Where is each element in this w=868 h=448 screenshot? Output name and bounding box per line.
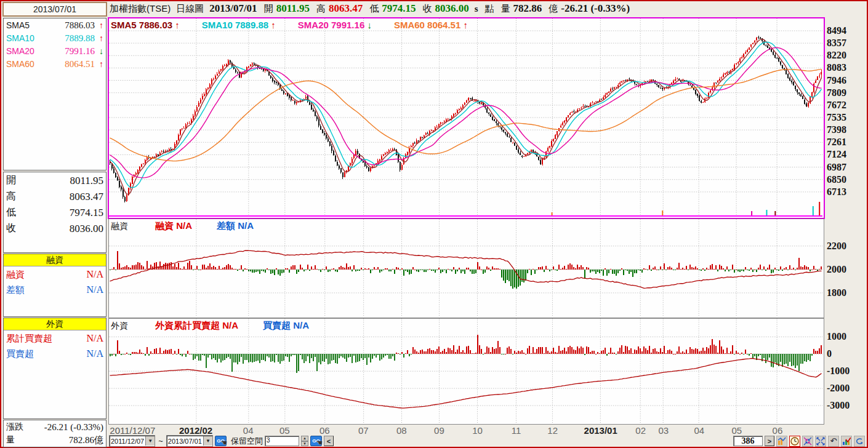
sma-value: 7886.03 <box>65 20 95 31</box>
chevron-down-icon[interactable]: ▼ <box>145 436 155 446</box>
foreign-row: 累計買賣超N/A <box>4 330 106 346</box>
margin-histogram-chart[interactable] <box>109 219 822 316</box>
range-separator: ~ <box>158 436 163 446</box>
foreign-chart-panel[interactable] <box>108 318 824 425</box>
x-tick-label: 05 <box>732 425 742 436</box>
trend-up-icon: ↑ <box>95 59 103 69</box>
ohlc-label: 收 <box>6 222 16 235</box>
spinner-up-icon[interactable]: ▲ <box>301 436 308 441</box>
change-value: -26.21 (-0.33%) <box>44 422 103 433</box>
sma-row: SMA107889.88↑ <box>4 31 106 44</box>
header-token: 開 <box>264 3 273 15</box>
scroll-right-button[interactable]: > <box>765 436 774 446</box>
legend-item: SMA20 7991.16 ↓ <box>298 20 372 30</box>
foreign-label: 買賣超 <box>6 348 34 360</box>
y-tick-label: -2000 <box>827 383 850 394</box>
current-date-box[interactable]: 2013/07/01 <box>2 2 107 17</box>
y-tick-label: 7261 <box>827 137 846 148</box>
foreign-histogram-chart[interactable] <box>109 319 822 423</box>
x-tick-label: 03 <box>658 425 669 436</box>
sma-row: SMA608064.51↑ <box>4 57 106 70</box>
ohlc-value: 8011.95 <box>70 175 103 187</box>
header-token: 點 <box>485 3 494 15</box>
x-tick-label: 07 <box>358 425 369 436</box>
margin-chart-panel[interactable] <box>108 218 824 318</box>
header-token: 8011.95 <box>276 2 310 15</box>
undo-arrow-icon: ↶ <box>830 437 837 445</box>
header-token: 高 <box>316 3 326 15</box>
sma-row: SMA207991.16↓ <box>4 44 106 57</box>
y-tick-label: 7946 <box>827 75 846 86</box>
x-tick-label: 05 <box>279 425 290 436</box>
change-row: 漲跌-26.21 (-0.33%) <box>4 420 106 433</box>
margin-value: N/A <box>86 284 103 295</box>
sma-value: 8064.51 <box>65 59 95 70</box>
sma-label: SMA60 <box>6 59 34 69</box>
y-tick-label: 7124 <box>827 149 846 160</box>
ohlc-label: 低 <box>6 206 16 219</box>
ohlc-info-box: 開8011.95高8063.47低7974.15收8036.00 <box>3 172 106 253</box>
x-tick-label: 08 <box>396 425 407 436</box>
foreign-header: 外資 <box>4 318 106 330</box>
refresh-button[interactable] <box>854 436 865 447</box>
legend-item: 買賣超 N/A <box>263 320 309 332</box>
legend-item: 差額 N/A <box>217 220 254 232</box>
y-tick-label: 8083 <box>827 62 846 73</box>
reserve-space-stepper[interactable]: ▲ ▼ <box>301 436 308 446</box>
sma-label: SMA20 <box>6 46 34 56</box>
undo-button[interactable]: ↶ <box>828 436 839 447</box>
margin-row: 融資N/A <box>4 266 106 282</box>
x-tick-label: 12 <box>547 425 558 436</box>
scroll-left-button[interactable]: < <box>324 436 334 446</box>
margin-value: N/A <box>86 269 103 280</box>
candlestick-chart[interactable] <box>109 18 822 217</box>
hand-icon: ☚ <box>221 438 227 447</box>
y-tick-label: 1800 <box>827 287 846 298</box>
candlestick-icon <box>778 437 786 446</box>
loop-arrow-icon <box>855 437 864 446</box>
time-mode-button[interactable] <box>789 436 800 447</box>
change-label: 漲跌 <box>6 422 23 433</box>
header-token: 8036.00 <box>435 2 468 15</box>
margin-legend: 融資融資 N/A差額 N/A <box>111 220 254 232</box>
sma-row: SMA57886.03↑ <box>4 18 106 31</box>
trend-up-icon: ↑ <box>175 20 180 30</box>
header-token: s <box>475 4 478 14</box>
go-button-2[interactable]: GO ☚ <box>310 436 322 446</box>
y-tick-label: 7398 <box>827 124 846 135</box>
stats-button[interactable] <box>841 436 852 447</box>
ohlc-row: 開8011.95 <box>4 172 106 188</box>
ohlc-label: 開 <box>6 174 16 187</box>
candle-count-box[interactable]: 386 <box>733 436 763 446</box>
y-tick-label: -3000 <box>827 400 850 411</box>
sma-value: 7889.88 <box>65 33 95 44</box>
zoom-in-button[interactable] <box>802 436 813 447</box>
x-tick-label: 11 <box>512 425 521 436</box>
reserve-space-value: 3 <box>267 437 270 444</box>
foreign-info-box: 外資累計買賣超N/A買賣超N/A <box>3 318 106 419</box>
reserve-space-input[interactable]: 3 <box>265 436 299 446</box>
ohlc-row: 高8063.47 <box>4 188 106 204</box>
go-button[interactable]: GO ☚ <box>215 436 227 446</box>
from-date-select[interactable]: 2011/12/07 ▼ <box>109 435 155 447</box>
y-tick-label: 1000 <box>827 331 846 342</box>
price-chart-panel[interactable] <box>108 18 824 218</box>
spinner-down-icon[interactable]: ▼ <box>301 441 308 447</box>
foreign-row: 買賣超N/A <box>4 346 106 361</box>
header-token: 億 <box>549 3 558 15</box>
legend-item: SMA5 7886.03 ↑ <box>111 20 180 30</box>
legend-item: 外資累計買賣超 N/A <box>155 320 238 332</box>
zoom-out-button[interactable] <box>815 436 826 447</box>
ohlc-value: 8063.47 <box>70 191 103 203</box>
margin-label: 差額 <box>6 284 25 296</box>
legend-item: SMA10 7889.88 ↑ <box>202 20 276 30</box>
to-date-select[interactable]: 2013/07/01 ▼ <box>166 435 213 447</box>
header-bar: 加權指數(TSE)日線圖2013/07/01開8011.95高8063.47低7… <box>110 1 864 16</box>
chart-style-button[interactable] <box>776 436 787 447</box>
trend-down-icon: ↓ <box>95 46 103 56</box>
trend-down-icon: ↓ <box>367 20 372 30</box>
y-tick-label: -1000 <box>827 366 850 377</box>
ohlc-value: 7974.15 <box>70 207 103 219</box>
arrows-outward-icon <box>816 437 825 446</box>
chevron-down-icon[interactable]: ▼ <box>203 436 212 446</box>
